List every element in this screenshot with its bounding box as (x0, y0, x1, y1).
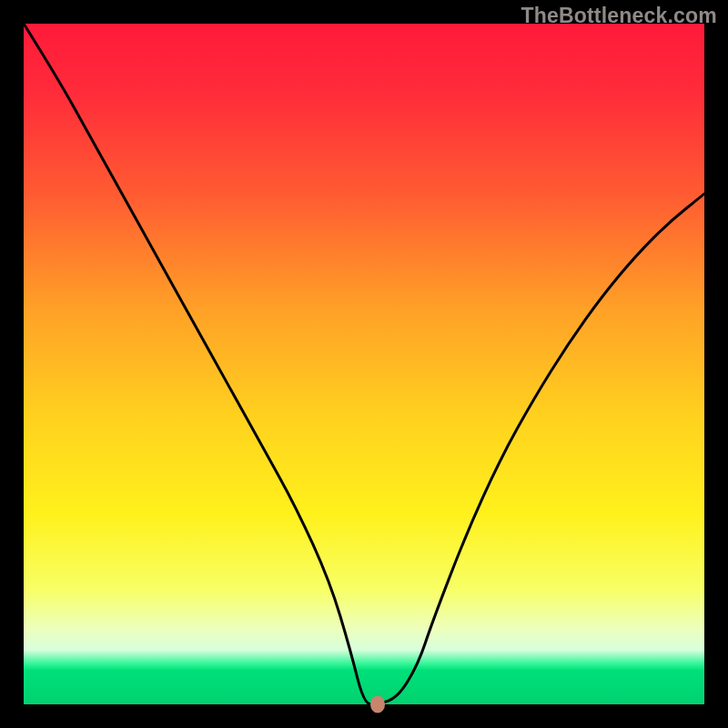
chart-frame: TheBottleneck.com (0, 0, 728, 728)
plot-area (24, 24, 704, 704)
current-config-marker (370, 696, 385, 713)
bottleneck-curve (24, 24, 704, 704)
watermark-text: TheBottleneck.com (521, 4, 717, 28)
